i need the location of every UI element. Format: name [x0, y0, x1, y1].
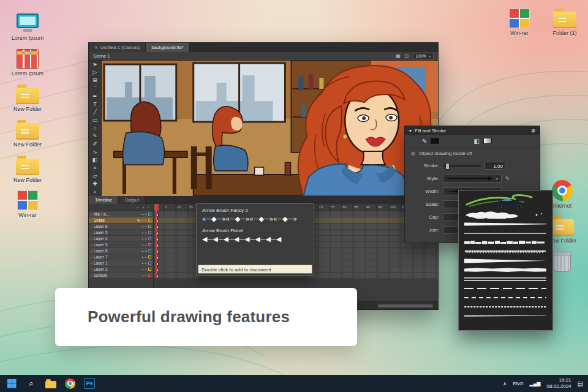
file-explorer-button[interactable] — [45, 381, 56, 388]
eraser-tool[interactable]: ▱ — [89, 172, 101, 180]
collapse-triangle-icon[interactable]: ▾ — [409, 128, 412, 134]
pencil-tool[interactable]: ✎ — [89, 132, 101, 140]
stroke-color-pencil-icon[interactable]: ✎ — [422, 138, 427, 145]
layer-lock-dot[interactable]: • — [145, 249, 146, 253]
rectangle-tool[interactable]: ▭ — [89, 116, 101, 124]
brush-preset-name[interactable]: Arrow Brush Fancy 2 — [202, 208, 308, 213]
desktop-icon-win-rar[interactable]: Win-rar — [8, 190, 47, 219]
layer-lock-dot[interactable]: • — [145, 268, 146, 271]
chrome-button[interactable] — [65, 379, 75, 389]
text-tool[interactable]: T — [89, 100, 101, 108]
start-button[interactable] — [6, 378, 17, 389]
brush-tool[interactable]: ✐ — [89, 140, 101, 148]
lasso-tool[interactable]: ⌒ — [89, 85, 101, 92]
tray-chevron-up-icon[interactable]: ∧ — [503, 381, 507, 386]
brush-stroke-sample-long-dash[interactable] — [463, 285, 548, 292]
layer-outline-color[interactable] — [148, 243, 151, 246]
language-indicator[interactable]: ENG — [513, 381, 523, 386]
layer-visibility-dot[interactable]: • — [142, 219, 143, 222]
layer-row-7[interactable]: ▪Layer 7•• — [89, 254, 153, 260]
fill-color-bucket-icon[interactable]: ◧ — [473, 138, 479, 145]
brush-stroke-sample-double-line[interactable] — [463, 276, 548, 283]
brush-stroke-sample-dash[interactable] — [463, 294, 548, 301]
brush-stroke-sample-spray[interactable] — [463, 248, 548, 255]
stroke-color-chip[interactable] — [431, 138, 439, 144]
fill-color-chip[interactable] — [483, 138, 492, 144]
panel-menu-icon[interactable]: ≣ — [531, 128, 535, 134]
photoshop-button[interactable]: Ps — [84, 378, 95, 389]
layer-visibility-dot[interactable]: • — [142, 237, 143, 241]
oval-tool[interactable]: ○ — [89, 124, 101, 132]
object-drawing-mode-row[interactable]: ◎ Object drawing mode off — [405, 148, 540, 159]
brush-preset-name[interactable]: Arrow Brush Floral — [202, 228, 308, 233]
notification-center-icon[interactable]: ▤ — [578, 380, 583, 387]
selection-tool[interactable]: ➤ — [89, 61, 101, 69]
subselection-tool[interactable]: ▷ — [89, 69, 101, 77]
layer-lock-dot[interactable]: • — [145, 231, 146, 235]
layer-outline-color[interactable] — [148, 231, 151, 234]
panel-header[interactable]: ▾ Fill and Stroke ≣ — [405, 126, 540, 135]
bone-tool[interactable]: ∿ — [89, 148, 101, 156]
layer-outline-color[interactable] — [148, 249, 151, 252]
zoom-select[interactable]: 100% ▼ — [413, 53, 434, 60]
desktop-icon-new-folder[interactable]: New Folder — [8, 156, 47, 184]
layer-visibility-dot[interactable]: • — [142, 262, 143, 265]
layer-row-3[interactable]: ▪Layer 5•• — [89, 230, 153, 236]
network-signal-icon[interactable]: ▂▄▆ — [530, 381, 541, 386]
stroke-value-field[interactable]: 1.00 — [484, 162, 505, 170]
desktop-icon-new-folder[interactable]: New Folder — [8, 120, 47, 148]
line-tool[interactable]: ╱ — [89, 108, 101, 116]
layer-lock-dot[interactable]: • — [145, 262, 146, 265]
brush-stroke-sample-thin[interactable] — [463, 230, 548, 237]
layer-lock-dot[interactable]: • — [145, 225, 146, 228]
edit-style-pencil-icon[interactable]: ✎ — [505, 176, 510, 181]
zoom-tool[interactable]: ⌕ — [89, 188, 101, 196]
layer-visibility-dot[interactable]: • — [142, 231, 143, 235]
layer-lock-dot[interactable]: • — [145, 255, 146, 259]
free-transform-tool[interactable]: ⊞ — [89, 77, 101, 85]
layer-lock-dot[interactable]: • — [145, 274, 146, 277]
desktop-icon-folder-1-[interactable]: Folder (1) — [545, 9, 584, 37]
layer-row-9[interactable]: ▪Layer 2•• — [89, 266, 153, 273]
tab-output[interactable]: Output — [119, 196, 146, 204]
layer-lock-dot[interactable]: • — [145, 237, 146, 241]
slider-knob[interactable] — [445, 163, 450, 170]
layer-row-2[interactable]: ▪Layer 6•• — [89, 224, 153, 230]
layer-outline-color[interactable] — [148, 237, 151, 240]
layer-row-8[interactable]: ▪Layer 1•• — [89, 260, 153, 266]
layer-row-10[interactable]: ▪content•• — [89, 273, 153, 279]
layer-outline-color[interactable] — [148, 274, 151, 277]
stroke-slider[interactable] — [443, 165, 481, 167]
tab-timeline[interactable]: Timeline — [89, 196, 119, 204]
layer-visibility-dot[interactable]: • — [142, 268, 143, 271]
desktop-icon-win-rar[interactable]: Win-rar — [500, 9, 539, 37]
hand-tool[interactable]: ✚ — [89, 180, 101, 188]
brush-preset-preview[interactable]: «─◆─»«─◆─»«─◆─»«─◆─» — [202, 215, 308, 223]
desktop-icon-lorem-ipsum[interactable]: Lorem Ipsum — [8, 49, 47, 77]
brush-stroke-sample-wedge[interactable] — [463, 257, 548, 265]
layer-visibility-dot[interactable]: • — [142, 225, 143, 228]
brush-stroke-sample-tapered[interactable] — [463, 221, 548, 228]
style-dropdown[interactable]: ▼ — [443, 175, 502, 183]
layer-row-5[interactable]: ▪Layer 3•• — [89, 242, 153, 248]
layer-lock-dot[interactable]: • — [145, 219, 146, 222]
stage[interactable] — [102, 61, 438, 196]
layer-outline-color[interactable] — [148, 213, 151, 216]
layer-outline-color[interactable] — [148, 262, 151, 265]
toggle-visibility-icon[interactable]: • — [137, 206, 138, 209]
layer-row-4[interactable]: ▪Layer 4•• — [89, 236, 153, 242]
document-tab-untitled[interactable]: ✕ Untitled-1 (Canvas) — [89, 43, 146, 52]
brush-stroke-sample-rough[interactable] — [463, 266, 548, 274]
taskbar-clock[interactable]: 15:21 08.02.2024 — [547, 377, 571, 390]
desktop-icon-new-folder[interactable]: New Folder — [8, 85, 47, 113]
paint-bucket-tool[interactable]: ◧ — [89, 156, 101, 164]
layer-outline-color[interactable] — [148, 219, 151, 222]
document-tab-background[interactable]: background.fla* — [146, 43, 189, 52]
eyedropper-tool[interactable]: ⌖ — [89, 164, 101, 172]
toggle-lock-icon[interactable]: ▪ — [143, 206, 144, 209]
layer-visibility-dot[interactable]: • — [142, 243, 143, 247]
layer-outline-color[interactable] — [148, 255, 151, 258]
desktop-icon-lorem-ipsum[interactable]: Lorem Ipsum — [8, 12, 47, 42]
layer-visibility-dot[interactable]: • — [142, 249, 143, 253]
layer-row-0[interactable]: ▪title / a...•• — [89, 211, 153, 217]
